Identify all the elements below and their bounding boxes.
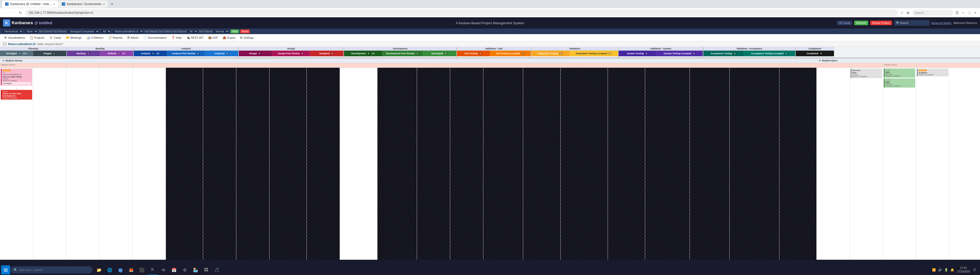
toolbar-meetings[interactable]: 🤝 Meetings <box>64 35 84 40</box>
stories-sub-backlog <box>66 63 100 68</box>
taskbar-notif-icons: 📶 🔊 🔋 🔔 <box>932 267 955 272</box>
advanced-search-link[interactable]: Advanced Search <box>931 22 951 24</box>
card-epic-backlog-1[interactable]: CONF Epic BacklogRebecca Shatfield <box>884 68 915 77</box>
none-select[interactable]: None <box>24 29 38 33</box>
toolbar-admin[interactable]: ⚙ Admin <box>125 35 141 40</box>
view-type-select[interactable]: Hierarchical <box>2 29 23 33</box>
forward-button[interactable]: → <box>10 9 16 16</box>
taskbar-icon-edge[interactable]: 🌐 <box>105 265 115 275</box>
taskbar-icon-music[interactable]: 🎵 <box>212 265 222 275</box>
card-epic-defined-1[interactable]: Blocked Analysis Rebecca Shatfield <box>917 68 948 76</box>
taskbar-search-box[interactable]: 🔍 Type here - search <box>11 266 92 273</box>
refresh-button-app[interactable]: Refresh <box>854 21 868 25</box>
header-search-input[interactable]: 🔍 Search <box>894 20 930 26</box>
maximize-icon[interactable]: □ <box>967 10 972 15</box>
col-untriaged[interactable]: Untriaged 4 3/20 <box>0 51 33 56</box>
toolbar-reports[interactable]: 📝 Reports <box>106 35 124 40</box>
col-triaged[interactable]: Triaged 1 <box>33 51 66 56</box>
taskbar-icon-settings[interactable]: ⚙ <box>180 265 190 275</box>
col-analysed[interactable]: Analysed 0 <box>205 51 239 56</box>
toolbar-ksf[interactable]: 📦 KSF <box>206 35 220 40</box>
toolbar-rest-api[interactable]: 🔌 REST API <box>184 35 205 40</box>
col-unit-accepted[interactable]: Unit Testing Accepted 0 <box>490 51 531 56</box>
back-button[interactable]: ← <box>2 9 8 16</box>
start-button[interactable]: ⊞ <box>1 266 10 275</box>
col-integration-accepted[interactable]: Integration Testing Accepted 0 <box>570 51 618 56</box>
taskbar-icon-chrome[interactable]: ⬤ <box>115 265 126 275</box>
cell-stories-acc <box>690 68 730 260</box>
collapse-icon-epics[interactable]: ▼ <box>819 59 821 62</box>
reset-button[interactable]: Reset <box>240 30 250 33</box>
status-select[interactable]: Untriaged-Completed <box>67 29 100 33</box>
col-analysis-peer[interactable]: Analysis Peer Review 0 <box>167 51 205 56</box>
card-story-15[interactable]: Blocked 15 RebeccaShatfield-15 This is a… <box>1 68 32 85</box>
minimize-icon[interactable]: ─ <box>961 10 966 15</box>
col-unit-testing[interactable]: Unit Testing 0 <box>457 51 490 56</box>
address-input[interactable]: 192.168.1.77:8080/kanban/index#!/project… <box>25 9 898 16</box>
normal-select[interactable]: Normal <box>213 29 229 33</box>
user-select[interactable]: RebeccaShatfield-15 <box>112 29 144 33</box>
toolbar-documentation[interactable]: 📄 Documentation <box>141 35 169 40</box>
bookmark-icon[interactable]: ☆ <box>899 10 904 15</box>
browser-search-box[interactable]: Search <box>912 9 953 16</box>
taskbar-icon-kanban[interactable]: K <box>148 265 158 275</box>
taskbar-icon-photos[interactable]: 🖼 <box>201 265 211 275</box>
col-acceptance-accepted[interactable]: Acceptance Testing Accepted 0 <box>744 51 795 56</box>
col-backlog[interactable]: Backlog 1 <box>67 51 100 56</box>
close-icon[interactable]: × <box>973 10 978 15</box>
toolbar-help[interactable]: ❓ Help <box>169 35 184 40</box>
col-dev-peer[interactable]: Development Peer Review 0 <box>382 51 423 56</box>
taskbar-icon-firefox[interactable]: 🦊 <box>126 265 136 275</box>
new-tab-button[interactable]: + <box>108 0 116 8</box>
toolbar-export[interactable]: 📤 Export <box>221 35 237 40</box>
toolbar-ui-metrics[interactable]: 📊 UI Metrics <box>84 35 106 40</box>
col-design-peer[interactable]: Design Peer Review 0 <box>272 51 310 56</box>
stories-sub-defined <box>100 63 133 68</box>
network-icon[interactable]: 📶 <box>932 267 937 272</box>
all-select[interactable]: All <box>100 29 111 33</box>
filter-button[interactable]: Filter <box>231 30 239 33</box>
col-acceptance-testing[interactable]: Acceptance Testing 0 <box>703 51 744 56</box>
card-epic-backlog-2[interactable]: CONF Epic BacklogRebecca Shatfield <box>884 78 915 88</box>
refresh-button[interactable]: ↻ <box>18 9 24 16</box>
taskbar-icon-store[interactable]: 🏪 <box>190 265 200 275</box>
col-untriaged-wip: 3/20 <box>22 52 27 55</box>
volume-icon[interactable]: 🔊 <box>938 267 943 272</box>
col-analysis[interactable]: Analysis 3 3/5 <box>134 51 167 56</box>
all-select-2[interactable]: All <box>187 29 198 33</box>
time-text: 17:43 <box>957 266 970 270</box>
col-defined[interactable]: Defined 1 3/5 <box>100 51 133 56</box>
taskbar-right: 📶 🔊 🔋 🔔 17:43 17/10/2020 ☰ <box>932 266 979 273</box>
notification-icon[interactable]: 🔔 <box>950 267 955 272</box>
card-epics-triaged-1[interactable]: Blocked Epic AnalysisRebecca Shatfield <box>851 68 882 78</box>
toolbar-projects[interactable]: 📋 Projects <box>27 35 46 40</box>
taskbar-icon-terminal[interactable]: ⬛ <box>137 265 147 275</box>
battery-icon[interactable]: 🔋 <box>944 267 949 272</box>
col-integration-testing[interactable]: Integration Testing 0 <box>531 51 570 56</box>
col-design[interactable]: Design 0 <box>239 51 272 56</box>
card-defect-stories-1[interactable]: Defect Clean out test case Development R… <box>1 90 32 100</box>
tab-kanbanara[interactable]: K Kanbanara @ Untitled - Inde... × <box>2 0 58 8</box>
taskbar-icon-mail[interactable]: ✉ <box>158 265 169 275</box>
menu-icon[interactable]: ☰ <box>955 10 959 15</box>
taskbar-icon-explorer[interactable]: 📁 <box>94 265 104 275</box>
action-center-icon[interactable]: ☰ <box>972 267 977 272</box>
tab-screenshots[interactable]: K Kanbanara / Screenshots × <box>59 0 108 8</box>
toolbar-settings[interactable]: ⚙ Settings <box>238 35 256 40</box>
col-developed[interactable]: Developed 0 <box>423 51 456 56</box>
col-system-testing[interactable]: System Testing 0 <box>619 51 657 56</box>
taskbar-search-icon: 🔍 <box>14 269 18 272</box>
toolbar-visualisations[interactable]: 👁 Visualisations <box>2 35 27 40</box>
taskbar-icon-calendar[interactable]: 📅 <box>169 265 179 275</box>
col-completed[interactable]: Completed 0 <box>796 51 834 56</box>
col-system-accepted[interactable]: System Testing Accepted 0 <box>657 51 703 56</box>
star-icon[interactable]: ⊕ <box>905 10 911 15</box>
col-development[interactable]: Development 5 5/5 <box>344 51 382 56</box>
col-backlog-count: 1 <box>86 52 90 55</box>
tab-close-2[interactable]: × <box>103 2 105 6</box>
toolbar-cards[interactable]: 🃏 Cards <box>47 35 63 40</box>
col-designed[interactable]: Designed 0 <box>310 51 344 56</box>
collapse-icon-stories[interactable]: ▼ <box>2 59 4 62</box>
reeve-project-button[interactable]: Reeve Project <box>870 21 892 25</box>
tab-close-1[interactable]: × <box>53 2 55 6</box>
